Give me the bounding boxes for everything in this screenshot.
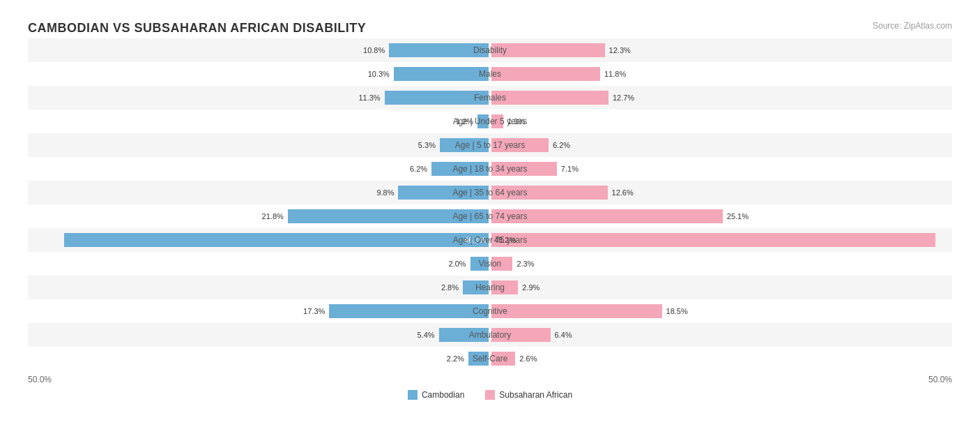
left-value: 17.3% — [303, 307, 325, 315]
pink-bar — [491, 91, 608, 105]
center-label: Males — [479, 69, 501, 79]
center-label: Age | 65 to 74 years — [452, 211, 527, 221]
left-value: 11.3% — [358, 93, 380, 102]
bar-area: 2.0%Vision2.3% — [28, 252, 952, 276]
legend-cambodian: Cambodian — [408, 390, 464, 400]
table-row: 6.2%Age | 18 to 34 years7.1% — [28, 157, 952, 181]
bar-area: 9.8%Age | 35 to 64 years12.6% — [28, 181, 952, 204]
table-row: 10.3%Males11.8% — [28, 62, 952, 86]
pink-bar — [491, 43, 605, 57]
table-row: 11.3%Females12.7% — [28, 86, 952, 110]
bar-area: 17.3%Cognitive18.5% — [28, 299, 952, 323]
center-label: Age | Over 75 years — [453, 235, 528, 245]
center-label: Self-Care — [473, 354, 508, 364]
center-label: Disability — [473, 45, 507, 55]
table-row: 5.3%Age | 5 to 17 years6.2% — [28, 133, 952, 157]
pink-bar: 48.2% — [491, 233, 935, 247]
center-label: Age | 18 to 34 years — [452, 164, 527, 174]
bar-area: 21.8%Age | 65 to 74 years25.1% — [28, 204, 952, 228]
bar-area: 2.2%Self-Care2.6% — [28, 347, 952, 370]
bar-area: 5.4%Ambulatory6.4% — [28, 323, 952, 347]
legend-subsaharan: Subsaharan African — [485, 390, 572, 400]
table-row: 17.3%Cognitive18.5% — [28, 299, 952, 323]
center-label: Age | 5 to 17 years — [455, 140, 526, 150]
table-row: 46.1%Age | Over 75 years48.2% — [28, 228, 952, 252]
table-row: 1.2%Age | Under 5 years1.3% — [28, 110, 952, 133]
left-value: 2.0% — [448, 260, 466, 268]
left-value: 5.4% — [418, 331, 435, 339]
axis-row: 50.0% 50.0% — [28, 375, 952, 384]
left-value: 21.8% — [262, 212, 284, 220]
legend: Cambodian Subsaharan African — [28, 390, 952, 400]
table-row: 21.8%Age | 65 to 74 years25.1% — [28, 204, 952, 228]
left-value: 10.8% — [363, 46, 385, 54]
axis-left: 50.0% — [28, 375, 490, 384]
right-value: 2.6% — [519, 354, 537, 363]
right-value: 25.1% — [727, 212, 749, 220]
bar-area: 11.3%Females12.7% — [28, 86, 952, 110]
left-value: 2.2% — [447, 354, 464, 363]
subsaharan-label: Subsaharan African — [499, 390, 572, 400]
pink-bar — [491, 304, 662, 318]
center-label: Age | 35 to 64 years — [452, 188, 527, 197]
cambodian-color-box — [408, 390, 418, 400]
right-value: 18.5% — [666, 307, 688, 315]
table-row: 5.4%Ambulatory6.4% — [28, 323, 952, 347]
left-value: 5.3% — [418, 141, 436, 149]
blue-bar — [385, 91, 489, 105]
center-label: Ambulatory — [469, 330, 512, 340]
table-row: 2.2%Self-Care2.6% — [28, 347, 952, 370]
bar-area: 6.2%Age | 18 to 34 years7.1% — [28, 157, 952, 181]
axis-right: 50.0% — [490, 375, 952, 384]
pink-bar — [491, 67, 600, 81]
left-value: 10.3% — [368, 70, 390, 78]
source-label: Source: ZipAtlas.com — [873, 21, 952, 31]
right-value: 7.1% — [561, 165, 579, 173]
blue-bar — [394, 67, 489, 81]
blue-bar: 46.1% — [64, 233, 489, 247]
left-value: 2.8% — [441, 283, 459, 292]
right-value: 12.6% — [612, 188, 634, 197]
table-row: 10.8%Disability12.3% — [28, 38, 952, 62]
right-value: 11.8% — [604, 70, 626, 78]
right-value: 2.3% — [516, 260, 534, 268]
center-label: Hearing — [475, 283, 505, 292]
center-label: Age | Under 5 years — [453, 117, 528, 126]
left-value: 9.8% — [376, 188, 394, 197]
table-row: 2.0%Vision2.3% — [28, 252, 952, 276]
left-value: 6.2% — [410, 165, 427, 173]
right-value: 6.2% — [553, 141, 570, 149]
right-value: 12.3% — [609, 46, 631, 54]
chart-container: CAMBODIAN VS SUBSAHARAN AFRICAN DISABILI… — [14, 14, 966, 414]
bar-area: 5.3%Age | 5 to 17 years6.2% — [28, 133, 952, 157]
bar-area: 10.3%Males11.8% — [28, 62, 952, 86]
bar-area: 46.1%Age | Over 75 years48.2% — [28, 228, 952, 252]
right-value: 2.9% — [522, 283, 539, 292]
bar-area: 10.8%Disability12.3% — [28, 38, 952, 62]
center-label: Females — [474, 93, 506, 103]
right-value: 12.7% — [613, 93, 634, 102]
bar-area: 1.2%Age | Under 5 years1.3% — [28, 110, 952, 133]
bar-area: 2.8%Hearing2.9% — [28, 276, 952, 299]
table-row: 2.8%Hearing2.9% — [28, 276, 952, 299]
right-value: 6.4% — [555, 331, 572, 339]
blue-bar — [329, 304, 489, 318]
chart-title: CAMBODIAN VS SUBSAHARAN AFRICAN DISABILI… — [28, 21, 366, 36]
center-label: Vision — [479, 259, 501, 269]
subsaharan-color-box — [485, 390, 495, 400]
table-row: 9.8%Age | 35 to 64 years12.6% — [28, 181, 952, 204]
cambodian-label: Cambodian — [422, 390, 464, 400]
bar-chart: 10.8%Disability12.3%10.3%Males11.8%11.3%… — [28, 38, 952, 370]
center-label: Cognitive — [473, 306, 507, 316]
